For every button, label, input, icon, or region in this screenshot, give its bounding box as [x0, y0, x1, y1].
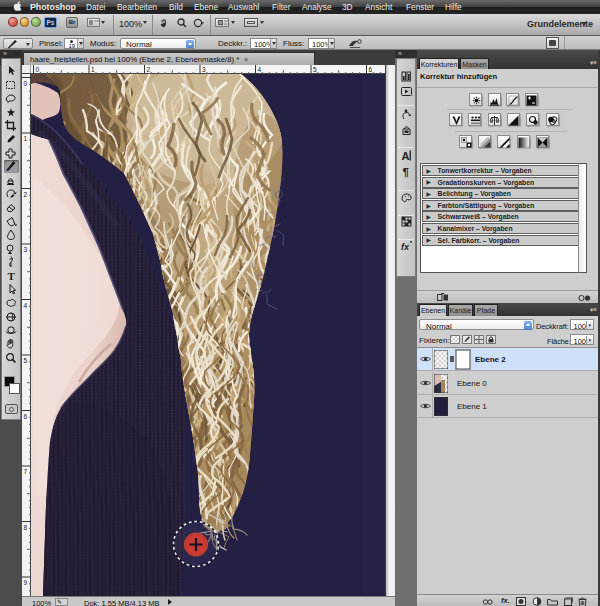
svg-text:8: 8	[24, 524, 28, 531]
svg-text:4: 4	[258, 66, 262, 73]
svg-text:1: 1	[91, 66, 95, 73]
svg-text:1: 1	[24, 135, 28, 142]
svg-text:0: 0	[24, 80, 28, 87]
svg-text:2: 2	[24, 191, 28, 198]
svg-text:5: 5	[24, 357, 28, 364]
svg-text:4: 4	[24, 302, 28, 309]
svg-text:5: 5	[313, 66, 317, 73]
svg-text:6: 6	[369, 66, 373, 73]
svg-text:0: 0	[36, 66, 40, 73]
svg-text:T: T	[7, 270, 15, 282]
svg-text:9: 9	[24, 579, 28, 586]
svg-text:2: 2	[147, 66, 151, 73]
svg-text:7: 7	[24, 468, 28, 475]
svg-text:fx: fx	[401, 242, 410, 252]
svg-text:3: 3	[24, 246, 28, 253]
svg-text:¶: ¶	[403, 166, 410, 178]
svg-text:6: 6	[24, 413, 28, 420]
svg-text:A: A	[402, 150, 410, 162]
svg-text:3: 3	[202, 66, 206, 73]
